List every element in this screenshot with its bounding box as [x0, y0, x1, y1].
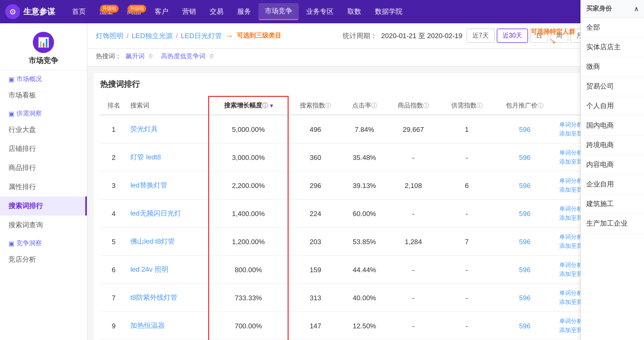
cell-search-idx: 296	[288, 172, 342, 200]
sidebar-item-industry[interactable]: 行业大盘	[0, 120, 87, 139]
promo-link[interactable]: 596	[519, 182, 531, 190]
cell-promo-price: 596	[494, 256, 556, 284]
breadcrumb-tip: 可选到三级类目	[237, 31, 281, 40]
growth-sort-icon[interactable]: ▾	[270, 103, 273, 109]
dropdown-item[interactable]: 全部	[581, 18, 644, 38]
cell-supply-idx: -	[440, 256, 494, 284]
sidebar-item-market-board[interactable]: 市场看板	[0, 86, 87, 105]
logo-text: 生意参谋	[23, 7, 55, 17]
cell-rank: 9	[100, 312, 127, 340]
keyword-link[interactable]: led替换灯管	[130, 181, 167, 189]
promo-link[interactable]: 596	[519, 294, 531, 302]
dropdown-item[interactable]: 生产加工企业	[581, 214, 644, 234]
nav-item-营销[interactable]: 营销	[176, 4, 202, 20]
cell-growth: 2,200.00%	[209, 172, 288, 200]
nav-logo: ⊙ 生意参谋	[5, 4, 55, 19]
supply-idx-info-icon[interactable]: ⓘ	[477, 102, 482, 109]
table-row: 5佛山led t8灯管1,200.00%20353.85%1,2847596 单…	[100, 228, 631, 256]
keyword-link[interactable]: 荧光灯具	[130, 125, 158, 133]
dropdown-item[interactable]: 贸易公司	[581, 77, 644, 96]
book-icon3: ▣	[8, 240, 14, 247]
cell-promo-price: 596	[494, 115, 556, 144]
dropdown-item[interactable]: 国内电商	[581, 116, 644, 136]
tag-circle2: ©	[210, 53, 213, 59]
sidebar-section-competition: ▣ 竞争洞察	[0, 235, 87, 250]
promo-link[interactable]: 596	[519, 126, 531, 133]
sidebar-item-product-rank[interactable]: 商品排行	[0, 158, 87, 177]
nav-item-首页[interactable]: 首页	[66, 4, 92, 20]
promo-link[interactable]: 596	[519, 322, 531, 330]
keyword-link[interactable]: 佛山led t8灯管	[130, 237, 175, 245]
buyer-identity-dropdown[interactable]: 买家身份 ∧ 全部实体店店主微商贸易公司个人自用国内电商跨境电商内容电商企业自用…	[580, 0, 644, 340]
nav-item-数据学院[interactable]: 数据学院	[369, 4, 409, 20]
col-rank: 排名	[100, 96, 127, 115]
sidebar-item-store-rank[interactable]: 店铺排行	[0, 139, 87, 158]
cell-ctr: 60.00%	[342, 200, 387, 228]
promo-link[interactable]: 596	[519, 210, 531, 218]
keyword-link[interactable]: 加热恒温器	[130, 321, 165, 329]
right-tip-arrow: ↘	[550, 37, 556, 45]
breadcrumb-cat1[interactable]: 灯饰照明	[96, 31, 123, 41]
sidebar-item-search-query[interactable]: 搜索词查询	[0, 216, 87, 235]
sidebar-item-search-rank[interactable]: 搜索词排行	[0, 196, 87, 216]
nav-item-商品[interactable]: 商品升级啦	[121, 4, 147, 20]
dropdown-header: 买家身份 ∧	[581, 0, 644, 18]
nav-item-服务[interactable]: 服务	[231, 4, 257, 20]
breadcrumb-cat3[interactable]: LED日光灯管	[181, 31, 222, 41]
table-row: 7t8防紫外线灯管733.33%31340.00%--596 单词分析 添加至我…	[100, 284, 631, 312]
dropdown-item[interactable]: 内容电商	[581, 155, 644, 175]
dropdown-item[interactable]: 跨境电商	[581, 136, 644, 155]
promo-link[interactable]: 596	[519, 238, 531, 246]
keyword-link[interactable]: led 24v 照明	[130, 265, 168, 273]
cell-promo-price: 596	[494, 144, 556, 172]
cell-keyword: 荧光灯具	[127, 115, 209, 144]
growth-info-icon[interactable]: ⓘ	[262, 102, 268, 109]
search-idx-info-icon[interactable]: ⓘ	[325, 102, 331, 109]
filter-30day[interactable]: 近30天	[497, 29, 528, 43]
dropdown-item[interactable]: 个人自用	[581, 96, 644, 116]
dropdown-item[interactable]: 微商	[581, 57, 644, 77]
nav-item-流量[interactable]: 流量升级啦	[93, 4, 120, 20]
book-icon: ▣	[8, 76, 14, 83]
nav-item-取数[interactable]: 取数	[341, 4, 368, 20]
cell-growth: 800.00%	[209, 256, 288, 284]
nav-item-交易[interactable]: 交易	[203, 4, 230, 20]
sidebar-item-attr-rank[interactable]: 属性排行	[0, 177, 87, 196]
keyword-link[interactable]: t8防紫外线灯管	[130, 293, 177, 301]
filter-7day[interactable]: 近7天	[467, 29, 495, 43]
cell-ctr: 12.50%	[342, 312, 387, 340]
nav-item-市场竞争[interactable]: 市场竞争	[258, 3, 299, 20]
cell-search-idx: 496	[288, 115, 342, 144]
keyword-link[interactable]: led无频闪日光灯	[130, 209, 181, 217]
cell-ctr: 35.48%	[342, 144, 387, 172]
col-product-idx: 商品指数ⓘ	[387, 96, 440, 115]
sidebar-item-competitor-analysis[interactable]: 竞店分析	[0, 250, 87, 269]
promo-info-icon[interactable]: ⓘ	[538, 102, 543, 109]
nav-item-业务专区[interactable]: 业务专区	[300, 4, 340, 20]
keyword-link[interactable]: 灯管 ledt8	[130, 153, 161, 161]
period-value: 2020-01-21 至 2020-02-19	[381, 31, 462, 41]
cell-product-idx: -	[387, 200, 440, 228]
dropdown-item[interactable]: 实体店店主	[581, 38, 644, 57]
cell-promo-price: 596	[494, 200, 556, 228]
cell-rank: 5	[100, 228, 127, 256]
cell-rank: 1	[100, 115, 127, 144]
tag-high-heat[interactable]: 高热度低竞争词	[161, 52, 205, 61]
table-row: 2灯管 ledt83,000.00%36035.48%--596 单词分析 添加…	[100, 144, 631, 172]
product-idx-info-icon[interactable]: ⓘ	[423, 102, 429, 109]
table-wrapper: 排名 搜索词 搜索增长幅度ⓘ ▾ 搜索指数ⓘ 点击率ⓘ 商品指数ⓘ 供需指数ⓘ …	[100, 96, 631, 340]
tag-hot-rising[interactable]: 飙升词	[126, 52, 145, 61]
cell-keyword: 灯管 ledt8	[127, 144, 209, 172]
cell-supply-idx: -	[440, 312, 494, 340]
top-nav: ⊙ 生意参谋 首页流量升级啦商品升级啦客户营销交易服务市场竞争业务专区取数数据学…	[0, 0, 644, 23]
tags-label: 热搜词：	[96, 52, 121, 61]
dropdown-item[interactable]: 建筑施工	[581, 194, 644, 214]
promo-link[interactable]: 596	[519, 266, 531, 274]
breadcrumb-cat2[interactable]: LED独立光源	[132, 31, 173, 41]
promo-link[interactable]: 596	[519, 154, 531, 162]
nav-item-客户[interactable]: 客户	[148, 4, 175, 20]
dropdown-item[interactable]: 企业自用	[581, 175, 644, 194]
cell-growth: 3,000.00%	[209, 144, 288, 172]
ctr-info-icon[interactable]: ⓘ	[371, 102, 377, 109]
dropdown-title: 买家身份	[586, 4, 612, 13]
